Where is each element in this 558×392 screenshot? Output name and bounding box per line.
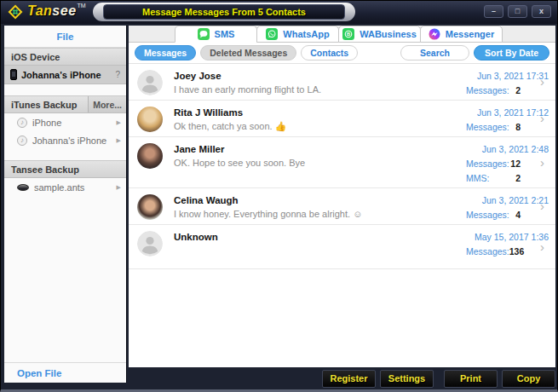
tab-sms-label: SMS <box>215 29 235 39</box>
iphone-icon <box>10 69 17 80</box>
wabusiness-icon: B <box>342 28 354 40</box>
tab-wabusiness-label: WABusiness <box>360 29 417 39</box>
avatar <box>137 143 163 169</box>
window-controls: – □ x <box>484 5 551 18</box>
messages-label: Messages: <box>466 210 509 220</box>
contact-name: Rita J Williams <box>174 107 466 118</box>
message-preview: I have an early morning flight to LA. <box>174 84 466 95</box>
footer-toolbar: Register Settings Print Copy <box>129 370 555 389</box>
messages-count-row: Messages: 4 <box>466 210 521 220</box>
copy-button[interactable]: Copy <box>502 370 555 388</box>
sidebar-gap <box>4 149 126 160</box>
conversation-date: Jun 3, 2021 2:48 <box>466 144 549 154</box>
section-itunes-backup-label: iTunes Backup <box>11 100 77 110</box>
conversation-main: Rita J Williams Ok then, catch ya soon. … <box>174 106 466 132</box>
print-button[interactable]: Print <box>444 370 498 388</box>
messenger-icon <box>429 28 440 40</box>
register-button[interactable]: Register <box>322 370 376 388</box>
tab-sms[interactable]: SMS <box>175 26 257 43</box>
search-button[interactable]: Search <box>400 45 469 61</box>
sidebar-item-johannas-iphone-backup[interactable]: ♪ Johanna's iPhone ▶ <box>4 131 126 149</box>
messages-count: 4 <box>515 210 521 220</box>
sidebar: File iOS Device Johanna's iPhone ? iTune… <box>4 26 127 383</box>
open-file-button[interactable]: Open File <box>4 362 126 383</box>
avatar <box>137 107 163 132</box>
chevron-right-icon[interactable]: › <box>540 239 544 254</box>
tab-messenger[interactable]: Messenger <box>420 26 503 43</box>
help-badge[interactable]: ? <box>115 70 120 79</box>
avatar <box>137 70 163 95</box>
ants-file-icon <box>17 184 29 191</box>
sort-by-date-button[interactable]: Sort By Date <box>474 45 549 61</box>
conversation-row-joey-jose[interactable]: Joey Jose I have an early morning flight… <box>129 64 555 101</box>
backup-name: iPhone <box>32 118 61 128</box>
brand-see: see <box>52 3 76 18</box>
close-button[interactable]: x <box>532 5 551 18</box>
filter-contacts-button[interactable]: Contacts <box>301 45 358 61</box>
chevron-right-icon[interactable]: › <box>540 199 544 213</box>
message-preview: I know honey. Everything gonna be alrigh… <box>174 209 466 219</box>
mms-label: MMS: <box>466 173 489 183</box>
expand-arrow-icon[interactable]: ▶ <box>117 119 121 126</box>
default-avatar-icon <box>137 70 163 95</box>
content-panel: SMS WhatsApp B WABusiness <box>129 26 555 367</box>
settings-button[interactable]: Settings <box>380 370 434 388</box>
tab-whatsapp[interactable]: WhatsApp <box>256 26 339 43</box>
minimize-button[interactable]: – <box>484 5 503 18</box>
titlebar: Tansee TM Message Messages From 5 Contac… <box>1 1 557 24</box>
device-name: Johanna's iPhone <box>21 70 101 80</box>
maximize-button[interactable]: □ <box>508 5 527 18</box>
title-plate: Message Messages From 5 Contacts <box>93 3 355 21</box>
conversation-list: Joey Jose I have an early morning flight… <box>129 63 555 367</box>
sidebar-item-iphone-backup[interactable]: ♪ iPhone ▶ <box>4 113 126 131</box>
sidebar-spacer <box>4 196 126 362</box>
brand-text: Tansee <box>27 3 77 19</box>
section-itunes-backup: iTunes Backup More... <box>4 95 126 113</box>
chevron-right-icon[interactable]: › <box>540 74 544 89</box>
message-preview: OK. Hope to see you soon. Bye <box>174 158 466 168</box>
more-button[interactable]: More... <box>88 96 126 112</box>
window-title: Message Messages From 5 Contacts <box>103 4 345 20</box>
chevron-right-icon[interactable]: › <box>540 155 544 170</box>
filter-bar: Messages Deleted Messages Contacts Searc… <box>129 43 555 63</box>
sms-icon <box>198 28 210 40</box>
tab-wabusiness[interactable]: B WABusiness <box>338 26 421 43</box>
conversation-date: Jun 3, 2021 17:31 <box>466 71 549 81</box>
itunes-icon: ♪ <box>17 135 27 146</box>
messages-count-row: Messages: 8 <box>466 122 521 132</box>
brand-trademark: TM <box>78 3 86 9</box>
sidebar-item-johannas-iphone-device[interactable]: Johanna's iPhone ? <box>4 66 126 84</box>
messages-label: Messages: <box>466 85 509 95</box>
conversation-meta: Jun 3, 2021 2:21 Messages: 4 <box>466 193 549 220</box>
expand-arrow-icon[interactable]: ▶ <box>117 184 121 191</box>
contact-name: Unknown <box>174 232 466 242</box>
messages-count: 2 <box>515 85 521 95</box>
section-tansee-backup-label: Tansee Backup <box>11 164 79 175</box>
chevron-right-icon[interactable]: › <box>540 111 544 125</box>
conversation-row-jane-miller[interactable]: Jane Miller OK. Hope to see you soon. By… <box>129 137 555 188</box>
backup-name: sample.ants <box>34 182 84 193</box>
tansee-diamond-icon <box>7 3 24 20</box>
conversation-date: Jun 3, 2021 17:12 <box>466 107 549 118</box>
file-menu[interactable]: File <box>4 26 126 48</box>
default-avatar-icon <box>137 231 163 257</box>
conversation-date: May 15, 2017 1:36 <box>466 232 549 242</box>
conversation-meta: May 15, 2017 1:36 Messages: 136 <box>466 230 549 257</box>
expand-arrow-icon[interactable]: ▶ <box>117 137 121 144</box>
contact-name: Celina Waugh <box>174 195 466 205</box>
avatar <box>137 194 163 220</box>
filter-messages-button[interactable]: Messages <box>135 45 196 61</box>
section-ios-device-label: iOS Device <box>11 52 60 62</box>
whatsapp-icon <box>266 28 278 40</box>
mms-count-row: MMS: 2 <box>466 173 521 183</box>
conversation-row-rita-j-williams[interactable]: Rita J Williams Ok then, catch ya soon. … <box>129 101 555 137</box>
conversation-row-unknown[interactable]: Unknown May 15, 2017 1:36 Messages: 136 … <box>129 225 555 269</box>
app-tabbar: SMS WhatsApp B WABusiness <box>129 26 555 43</box>
messages-count-row: Messages: 2 <box>466 85 521 95</box>
filter-deleted-messages-button[interactable]: Deleted Messages <box>200 45 296 61</box>
messages-count-row: Messages: 136 <box>466 246 521 257</box>
conversation-row-celina-waugh[interactable]: Celina Waugh I know honey. Everything go… <box>129 188 555 225</box>
conversation-main: Joey Jose I have an early morning flight… <box>174 69 466 95</box>
sidebar-item-sample-ants[interactable]: sample.ants ▶ <box>4 178 126 196</box>
itunes-icon: ♪ <box>17 118 27 128</box>
